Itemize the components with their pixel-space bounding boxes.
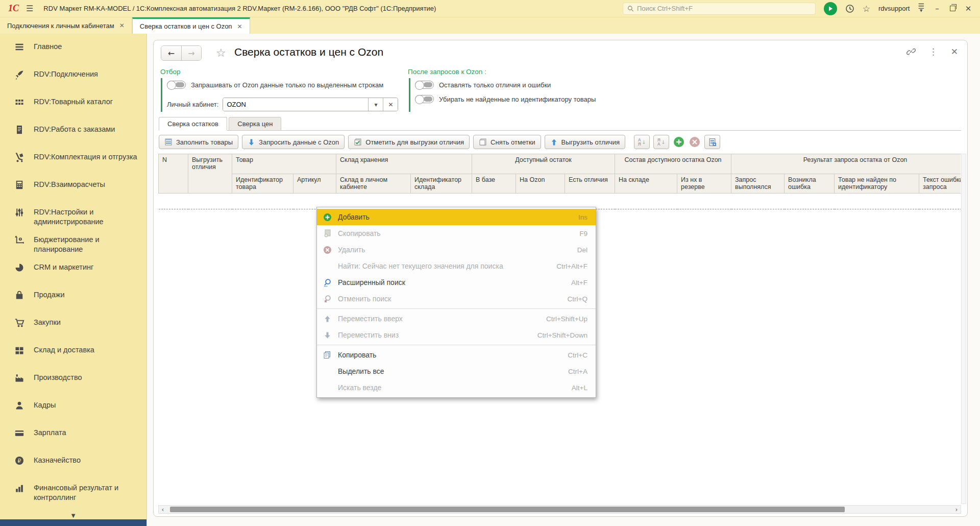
global-search[interactable] bbox=[623, 3, 816, 15]
sidebar-item-main[interactable]: Главное bbox=[0, 42, 146, 61]
sidebar-item-hr[interactable]: Кадры bbox=[0, 400, 146, 420]
unmark-button[interactable]: Снять отметки bbox=[473, 135, 541, 149]
cancel-search-icon bbox=[322, 294, 332, 303]
sidebar-item-shipping[interactable]: RDV:Комплектация и отгрузка bbox=[0, 152, 146, 172]
history-icon[interactable] bbox=[845, 4, 854, 13]
group-available-stock[interactable]: Доступный остаток bbox=[472, 154, 615, 174]
delete-row-button[interactable] bbox=[689, 136, 701, 148]
sidebar-expand-icon[interactable]: ▼ bbox=[0, 513, 146, 518]
tab-close-icon[interactable]: ✕ bbox=[237, 23, 242, 30]
mark-differences-button[interactable]: Отметить для выгрузки отличия bbox=[348, 135, 470, 149]
col-product-id[interactable]: Идентификатор товара bbox=[232, 174, 293, 194]
group-ozon-stock-composition[interactable]: Состав доступного остатка Ozon bbox=[615, 154, 731, 174]
cabinet-combo[interactable]: ▾ ✕ bbox=[223, 98, 398, 111]
search-input[interactable] bbox=[637, 5, 811, 12]
subtab-stock[interactable]: Сверка остатков bbox=[159, 117, 227, 131]
close-window-button[interactable]: ✕ bbox=[964, 4, 973, 13]
toggle-switch[interactable] bbox=[415, 95, 434, 103]
sidebar-item-budgeting[interactable]: Бюджетирование и планирование bbox=[0, 235, 146, 254]
menu-item-cancel-search[interactable]: Отменить поиск Ctrl+Q bbox=[317, 291, 596, 307]
col-on-warehouse[interactable]: На складе bbox=[615, 174, 677, 194]
col-article[interactable]: Артикул bbox=[293, 174, 336, 194]
sidebar-item-catalog[interactable]: RDV:Товарный каталог bbox=[0, 97, 146, 116]
menu-item-move-down[interactable]: Переместить вниз Ctrl+Shift+Down bbox=[317, 327, 596, 343]
menu-item-select-all[interactable]: Выделить все Ctrl+A bbox=[317, 363, 596, 379]
sidebar-item-connections[interactable]: RDV:Подключения bbox=[0, 69, 146, 89]
menu-item-delete[interactable]: Удалить Del bbox=[317, 242, 596, 258]
toggle-remove-not-found[interactable]: Убирать не найденные по идентификатору т… bbox=[415, 95, 596, 103]
scrollbar-thumb[interactable] bbox=[170, 507, 845, 512]
minimize-button[interactable]: – bbox=[933, 4, 942, 13]
toggle-switch[interactable] bbox=[167, 81, 186, 89]
sort-asc-icon: АЯ ↓ bbox=[638, 138, 646, 146]
cabinet-clear-icon[interactable]: ✕ bbox=[383, 98, 398, 111]
sidebar-item-crm[interactable]: CRM и маркетинг bbox=[0, 262, 146, 282]
group-ozon-request-result[interactable]: Результат запроса остатка от Ozon bbox=[731, 154, 961, 174]
sidebar-item-treasury[interactable]: ₽ Казначейство bbox=[0, 456, 146, 475]
link-icon[interactable] bbox=[906, 47, 916, 56]
sidebar-item-finresult[interactable]: Финансовый результат и контроллинг bbox=[0, 483, 146, 503]
toggle-selected-rows[interactable]: Запрашивать от Ozon данные только по выд… bbox=[167, 81, 383, 89]
group-warehouse[interactable]: Склад хранения bbox=[336, 154, 472, 174]
col-not-found[interactable]: Товар не найден по идентификатору bbox=[835, 174, 919, 194]
sidebar-item-sales[interactable]: Продажи bbox=[0, 290, 146, 309]
cabinet-dropdown-icon[interactable]: ▾ bbox=[368, 98, 383, 111]
sidebar-item-warehouse[interactable]: Склад и доставка bbox=[0, 345, 146, 365]
sidebar-item-orders[interactable]: RDV:Работа с заказами bbox=[0, 125, 146, 144]
scroll-right-icon[interactable]: › bbox=[952, 506, 961, 513]
menu-item-advanced-search[interactable]: Расширенный поиск Alt+F bbox=[317, 274, 596, 291]
favorite-star-icon[interactable]: ☆ bbox=[216, 46, 226, 59]
menu-item-copy-new[interactable]: Скопировать F9 bbox=[317, 225, 596, 242]
scroll-left-icon[interactable]: ‹ bbox=[159, 506, 167, 513]
tab-close-icon[interactable]: ✕ bbox=[119, 22, 125, 29]
export-button[interactable] bbox=[704, 135, 720, 149]
current-user[interactable]: rdvsupport bbox=[878, 5, 910, 12]
play-button[interactable] bbox=[824, 2, 837, 15]
sidebar-item-settlements[interactable]: RDV:Взаиморасчеты bbox=[0, 180, 146, 199]
more-menu-icon[interactable]: ⋮ bbox=[929, 46, 938, 57]
forward-button[interactable]: → bbox=[181, 46, 201, 60]
favorites-star-icon[interactable]: ☆ bbox=[863, 4, 870, 14]
vertical-scrollbar[interactable] bbox=[961, 154, 966, 504]
fill-items-button[interactable]: Заполнить товары bbox=[159, 135, 238, 149]
col-warehouse-id[interactable]: Идентификатор склада bbox=[411, 174, 472, 194]
cabinet-input[interactable] bbox=[223, 98, 368, 111]
col-upload-diff[interactable]: Выгрузить отличия bbox=[188, 154, 232, 194]
col-cabinet-warehouse[interactable]: Склад в личном кабинете bbox=[336, 174, 411, 194]
menu-item-add[interactable]: Добавить Ins bbox=[317, 209, 596, 225]
col-in-reserve[interactable]: Из нх в резерве bbox=[677, 174, 731, 194]
col-request-done[interactable]: Запрос выполнялся bbox=[731, 174, 785, 194]
menu-item-find[interactable]: Найти: Сейчас нет текущего значения для … bbox=[317, 258, 596, 274]
main-menu-icon[interactable]: ☰ bbox=[26, 4, 33, 13]
back-button[interactable]: ← bbox=[161, 46, 181, 60]
request-data-button[interactable]: Запросить данные с Ozon bbox=[242, 135, 345, 149]
close-page-icon[interactable]: ✕ bbox=[951, 46, 958, 57]
toggle-only-differences[interactable]: Оставлять только отличия и ошибки bbox=[415, 81, 551, 89]
upload-differences-button[interactable]: Выгрузить отличия bbox=[545, 135, 625, 149]
user-menu-icon[interactable]: ☰ ▼ bbox=[918, 4, 924, 13]
tab-connections[interactable]: Подключения к личным кабинетам ✕ bbox=[0, 17, 132, 34]
toggle-switch[interactable] bbox=[415, 81, 434, 89]
horizontal-scrollbar[interactable]: ‹ › bbox=[158, 505, 961, 514]
group-product[interactable]: Товар bbox=[232, 154, 336, 174]
tab-reconciliation[interactable]: Сверка остатков и цен с Ozon ✕ bbox=[132, 17, 250, 34]
sidebar-item-administration[interactable]: RDV:Настройки и администрирование bbox=[0, 207, 146, 227]
col-error-text[interactable]: Текст ошибки запроса bbox=[919, 174, 961, 194]
add-row-button[interactable] bbox=[673, 136, 685, 148]
menu-item-search-everywhere[interactable]: Искать везде Alt+L bbox=[317, 379, 596, 396]
sidebar-item-production[interactable]: Производство bbox=[0, 373, 146, 392]
col-in-base[interactable]: В базе bbox=[472, 174, 516, 194]
sort-asc-button[interactable]: АЯ ↓ bbox=[634, 135, 650, 149]
menu-separator bbox=[317, 345, 596, 345]
maximize-button[interactable] bbox=[950, 6, 955, 11]
col-n[interactable]: N bbox=[159, 154, 188, 194]
col-on-ozon[interactable]: На Ozon bbox=[516, 174, 565, 194]
col-has-differences[interactable]: Есть отличия bbox=[565, 174, 615, 194]
sidebar-item-purchases[interactable]: Закупки bbox=[0, 318, 146, 337]
subtab-prices[interactable]: Сверка цен bbox=[229, 117, 281, 131]
menu-item-copy[interactable]: Копировать Ctrl+C bbox=[317, 347, 596, 363]
menu-item-move-up[interactable]: Переместить вверх Ctrl+Shift+Up bbox=[317, 310, 596, 327]
sidebar-item-salary[interactable]: Зарплата bbox=[0, 428, 146, 447]
sort-desc-button[interactable]: ЯА ↓ bbox=[653, 135, 669, 149]
col-error-occurred[interactable]: Возникла ошибка bbox=[785, 174, 835, 194]
